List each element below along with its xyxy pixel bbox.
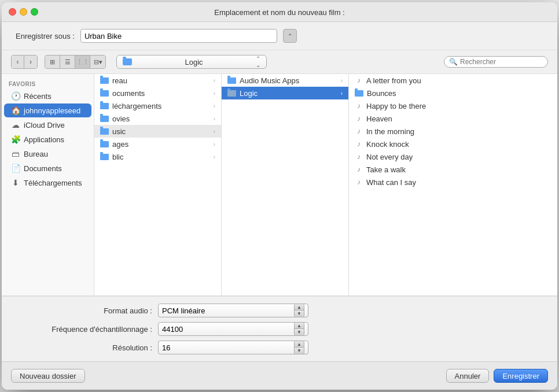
sidebar-item-applications[interactable]: 🧩 Applications (4, 132, 91, 146)
col1-item-music[interactable]: usic › (94, 125, 221, 138)
sidebar-item-johnnyappleseed[interactable]: 🏠 johnnyappleseed (4, 103, 91, 117)
col3-label-whatcanisay: What can I say (366, 178, 416, 187)
sidebar-item-label-johnnyappleseed: johnnyappleseed (24, 106, 80, 115)
maximize-button[interactable] (31, 8, 38, 16)
column-browser: reau › ocuments › léchargements › ovies … (94, 74, 557, 295)
folder-icon (100, 77, 109, 84)
col3-item-takeawalk[interactable]: ♪ Take a walk (349, 163, 557, 176)
col3-item-noteveryday[interactable]: ♪ Not every day (349, 150, 557, 163)
freq-step-up[interactable]: ▲ (295, 323, 304, 329)
location-chevron: ⌃⌄ (256, 56, 260, 68)
filename-input[interactable] (80, 29, 277, 43)
res-value: 16 (162, 343, 170, 352)
col3-item-aletterfromyou[interactable]: ♪ A letter from you (349, 74, 557, 87)
documents-icon: 📄 (11, 164, 20, 173)
close-button[interactable] (9, 8, 16, 16)
folder-icon (100, 128, 109, 135)
column-view-button[interactable]: ⋮⋮ (75, 56, 90, 68)
footer: Nouveau dossier Annuler Enregistrer (2, 361, 557, 390)
col1-item-telechargements[interactable]: léchargements › (94, 99, 221, 112)
format-value: PCM linéaire (162, 306, 205, 315)
freq-select[interactable]: 44100 ▲ ▼ (158, 322, 308, 336)
title-bar: Emplacement et nom du nouveau film : (2, 2, 557, 22)
col3-item-heaven[interactable]: ♪ Heaven (349, 112, 557, 125)
sidebar-item-label-recents: Récents (24, 92, 52, 101)
format-row: Format audio : PCM linéaire ▲ ▼ (25, 304, 534, 317)
col3-item-happytobethere[interactable]: ♪ Happy to be there (349, 99, 557, 112)
save-dialog: Emplacement et nom du nouveau film : Enr… (2, 2, 557, 390)
minimize-button[interactable] (20, 8, 27, 16)
format-step-up[interactable]: ▲ (295, 304, 304, 310)
col1-item-bureau[interactable]: reau › (94, 74, 221, 87)
recents-icon: 🕐 (11, 91, 20, 101)
list-view-button[interactable]: ☰ (60, 56, 75, 68)
sidebar-item-documents[interactable]: 📄 Documents (4, 161, 91, 175)
col3-item-bounces[interactable]: Bounces (349, 87, 557, 99)
res-stepper[interactable]: ▲ ▼ (294, 341, 304, 354)
footer-right: Annuler Enregistrer (446, 369, 548, 383)
audio-file-icon: ♪ (355, 165, 363, 173)
folder-icon (355, 90, 363, 97)
search-box[interactable]: 🔍 (444, 56, 548, 68)
location-label: Logic (185, 58, 203, 66)
save-button[interactable]: Enregistrer (494, 369, 548, 383)
sidebar-item-bureau[interactable]: 🗃 Bureau (4, 147, 91, 161)
sidebar-item-recents[interactable]: 🕐 Récents (4, 89, 91, 103)
format-select[interactable]: PCM linéaire ▲ ▼ (158, 304, 308, 317)
col1-label-images: ages (112, 140, 128, 149)
audio-file-icon: ♪ (355, 127, 363, 135)
freq-value: 44100 (162, 325, 183, 334)
forward-button[interactable]: › (24, 56, 37, 68)
gallery-view-button[interactable]: ⊟▾ (90, 56, 105, 68)
cancel-button[interactable]: Annuler (446, 369, 490, 383)
res-select[interactable]: 16 ▲ ▼ (158, 341, 308, 354)
search-input[interactable] (460, 58, 529, 66)
format-stepper[interactable]: ▲ ▼ (294, 304, 304, 317)
arrow-icon: › (214, 90, 215, 97)
arrow-icon: › (214, 128, 215, 135)
freq-stepper[interactable]: ▲ ▼ (294, 322, 304, 336)
audio-file-icon: ♪ (355, 114, 363, 123)
col3-label-takeawalk: Take a walk (366, 165, 406, 174)
col3-label-aletterfromyou: A letter from you (366, 76, 421, 85)
browser-column-1: reau › ocuments › léchargements › ovies … (94, 74, 222, 295)
icon-view-button[interactable]: ⊞ (45, 56, 60, 68)
audio-file-icon: ♪ (355, 178, 363, 186)
location-folder-icon (123, 58, 132, 65)
col1-label-tel: léchargements (112, 102, 161, 110)
folder-icon (100, 116, 109, 122)
folder-icon (100, 90, 109, 97)
freq-row: Fréquence d'échantillonnage : 44100 ▲ ▼ (25, 322, 534, 336)
folder-icon (100, 154, 109, 160)
col3-item-whatcanisay[interactable]: ♪ What can I say (349, 176, 557, 188)
res-step-up[interactable]: ▲ (295, 341, 304, 347)
folder-icon (100, 141, 109, 147)
format-step-down[interactable]: ▼ (295, 310, 304, 317)
col3-label-heaven: Heaven (366, 114, 392, 123)
audio-file-icon: ♪ (355, 140, 363, 148)
expand-button[interactable]: ⌃ (283, 29, 297, 43)
col3-label-bounces: Bounces (367, 89, 396, 98)
col2-item-audiomusicapps[interactable]: Audio Music Apps › (222, 74, 348, 87)
arrow-icon: › (341, 77, 343, 84)
col1-item-public[interactable]: blic › (94, 150, 221, 163)
new-folder-button[interactable]: Nouveau dossier (11, 369, 85, 383)
col1-item-documents[interactable]: ocuments › (94, 87, 221, 99)
freq-step-down[interactable]: ▼ (295, 329, 304, 335)
col1-label-bureau: reau (112, 76, 127, 85)
sidebar-section-label: FAVORIS (2, 79, 94, 88)
home-icon: 🏠 (11, 106, 20, 115)
location-dropdown[interactable]: Logic ⌃⌄ (116, 55, 267, 69)
res-step-down[interactable]: ▼ (295, 347, 304, 354)
col2-item-logic[interactable]: Logic › (222, 87, 348, 99)
view-buttons: ⊞ ☰ ⋮⋮ ⊟▾ (45, 55, 106, 69)
col1-item-images[interactable]: ages › (94, 138, 221, 150)
sidebar-item-label-telechargements: Téléchargements (24, 179, 82, 187)
col1-item-movies[interactable]: ovies › (94, 112, 221, 125)
col3-item-knockknock[interactable]: ♪ Knock knock (349, 138, 557, 150)
sidebar-item-icloud[interactable]: ☁ iCloud Drive (4, 118, 91, 132)
save-as-row: Enregistrer sous : ⌃ (2, 22, 557, 50)
back-button[interactable]: ‹ (12, 56, 24, 68)
sidebar-item-telechargements[interactable]: ⬇ Téléchargements (4, 176, 91, 190)
col3-item-inthemorning[interactable]: ♪ In the morning (349, 125, 557, 138)
